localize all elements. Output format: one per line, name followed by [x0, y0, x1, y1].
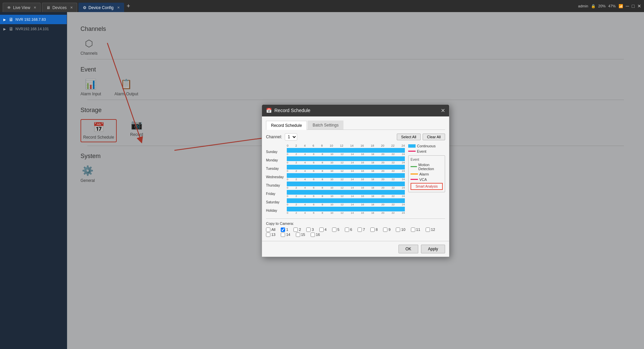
tab-close-devices[interactable]: ✕ [70, 6, 73, 9]
time-bar-friday[interactable] [287, 190, 405, 195]
copy-channel-14[interactable]: 14 [281, 233, 290, 237]
day-label-thursday: Thursday [266, 184, 287, 187]
copy-channel-13[interactable]: 13 [266, 233, 275, 237]
time-bar-monday[interactable] [287, 156, 405, 161]
copy-ch7-checkbox[interactable] [358, 228, 362, 232]
time-bar-wednesday[interactable] [287, 173, 405, 178]
copy-ch9-checkbox[interactable] [383, 228, 387, 232]
legend-event[interactable]: Event [408, 149, 445, 153]
copy-ch4-checkbox[interactable] [319, 228, 324, 232]
copy-channel-12[interactable]: 12 [426, 228, 435, 232]
continuous-color [408, 144, 416, 148]
copy-channel-9[interactable]: 9 [383, 228, 390, 232]
modal-close-button[interactable]: ✕ [441, 107, 445, 114]
copy-checkbox-grid: All 1 2 3 [266, 228, 445, 237]
cpu-label: 20% [598, 4, 606, 8]
copy-to-camera-section: Copy to Camera: All 1 [266, 218, 445, 237]
copy-channel-8[interactable]: 8 [370, 228, 378, 232]
expand-icon-nvr2: ▶ [3, 27, 6, 31]
day-label-monday: Monday [266, 158, 287, 162]
copy-channel-10[interactable]: 10 [396, 228, 405, 232]
sidebar-device-nvr1[interactable]: ▶ 🖥 NVR 192.168.7.83 [0, 15, 67, 24]
copy-ch13-checkbox[interactable] [266, 233, 270, 237]
device-label-nvr1: NVR 192.168.7.83 [15, 17, 46, 21]
legend-alarm[interactable]: Alarm [411, 172, 443, 176]
tab-live-view[interactable]: 👁 Live View ✕ [3, 3, 41, 12]
modal-body: Record Schedule Batch Settings Channel: … [262, 116, 449, 241]
day-label-sunday: Sunday [266, 150, 287, 154]
schedule-container: 02468 1012141618 202224 Sunday0246810121… [266, 144, 445, 215]
day-label-friday: Friday [266, 192, 287, 196]
copy-ch16-checkbox[interactable] [311, 233, 315, 237]
copy-channel-all[interactable]: All [266, 228, 275, 232]
copy-channel-6[interactable]: 6 [345, 228, 352, 232]
add-tab-button[interactable]: + [127, 3, 130, 9]
copy-channel-1[interactable]: 1 [281, 228, 288, 232]
day-label-tuesday: Tuesday [266, 167, 287, 170]
restore-icon[interactable]: □ [632, 3, 635, 9]
main-layout: ▶ 🖥 NVR 192.168.7.83 ▶ 🖥 NVR192.168.14.1… [0, 12, 644, 349]
copy-ch15-checkbox[interactable] [296, 233, 300, 237]
tab-record-schedule[interactable]: Record Schedule [266, 121, 307, 130]
devices-icon: 🖥 [46, 5, 50, 10]
time-bar-sunday[interactable] [287, 148, 405, 153]
schedule-row-saturday: Saturday024681012141618202224 [266, 198, 405, 206]
copy-ch14-checkbox[interactable] [281, 233, 285, 237]
copy-ch12-checkbox[interactable] [426, 228, 430, 232]
legend-vca[interactable]: VCA [411, 178, 443, 182]
clear-all-button[interactable]: Clear All [423, 134, 445, 140]
close-icon[interactable]: ✕ [637, 3, 641, 9]
copy-ch5-checkbox[interactable] [332, 228, 336, 232]
topbar: 👁 Live View ✕ 🖥 Devices ✕ ⚙ Device Confi… [0, 0, 644, 12]
legend-motion[interactable]: Motion Detection [411, 163, 443, 171]
minimize-icon[interactable]: ─ [626, 3, 629, 9]
monitor-icon: 👁 [7, 5, 11, 10]
copy-channel-5[interactable]: 5 [332, 228, 339, 232]
tab-devices[interactable]: 🖥 Devices ✕ [42, 3, 77, 12]
continuous-label: Continuous [417, 144, 436, 148]
copy-ch8-checkbox[interactable] [370, 228, 375, 232]
time-bar-holiday[interactable] [287, 207, 405, 211]
time-bar-saturday[interactable] [287, 198, 405, 203]
select-all-button[interactable]: Select All [397, 134, 421, 140]
time-bar-tuesday[interactable] [287, 165, 405, 169]
copy-channel-11[interactable]: 11 [411, 228, 420, 232]
ok-button[interactable]: OK [398, 245, 418, 253]
smart-analysis-button[interactable]: Smart Analysis [411, 183, 443, 190]
copy-ch1-checkbox[interactable] [281, 228, 285, 232]
channel-select[interactable]: 1234 5678 [285, 133, 297, 141]
modal-tabs: Record Schedule Batch Settings [266, 120, 445, 130]
copy-channel-3[interactable]: 3 [306, 228, 314, 232]
sidebar-device-nvr2[interactable]: ▶ 🖥 NVR192.168.14.101 [0, 24, 67, 34]
copy-ch2-checkbox[interactable] [293, 228, 298, 232]
schedule-row-friday: Friday024681012141618202224 [266, 190, 405, 198]
copy-channel-15[interactable]: 15 [296, 233, 305, 237]
nvr-icon-1: 🖥 [9, 17, 13, 22]
legend-continuous[interactable]: Continuous [408, 144, 445, 148]
copy-all-checkbox[interactable] [266, 228, 270, 232]
tab-batch-settings[interactable]: Batch Settings [308, 120, 343, 130]
time-bar-thursday[interactable] [287, 182, 405, 186]
day-label-wednesday: Wednesday [266, 175, 287, 179]
wifi-icon: 📶 [619, 4, 623, 8]
copy-ch11-checkbox[interactable] [411, 228, 415, 232]
tab-device-config[interactable]: ⚙ Device Config ✕ [78, 3, 124, 12]
tab-close-live-view[interactable]: ✕ [34, 6, 36, 9]
tab-close-device-config[interactable]: ✕ [117, 6, 120, 9]
schedule-row-tuesday: Tuesday024681012141618202224 [266, 165, 405, 172]
copy-channel-16[interactable]: 16 [311, 233, 320, 237]
modal-footer: OK Apply [262, 241, 449, 257]
copy-ch3-checkbox[interactable] [306, 228, 311, 232]
copy-title: Copy to Camera: [266, 221, 445, 226]
schedule-btn-group: Select All Clear All [397, 134, 445, 140]
lock-icon: 🔒 [591, 4, 596, 8]
copy-ch6-checkbox[interactable] [345, 228, 349, 232]
content-area: Channels ⬡ Channels Event 📊 Alarm Input … [67, 12, 644, 349]
apply-button[interactable]: Apply [421, 245, 445, 253]
copy-ch10-checkbox[interactable] [396, 228, 400, 232]
schedule-grid-area: 02468 1012141618 202224 Sunday0246810121… [266, 144, 405, 215]
copy-channel-2[interactable]: 2 [293, 228, 301, 232]
day-label-saturday: Saturday [266, 200, 287, 204]
copy-channel-7[interactable]: 7 [358, 228, 365, 232]
copy-channel-4[interactable]: 4 [319, 228, 327, 232]
